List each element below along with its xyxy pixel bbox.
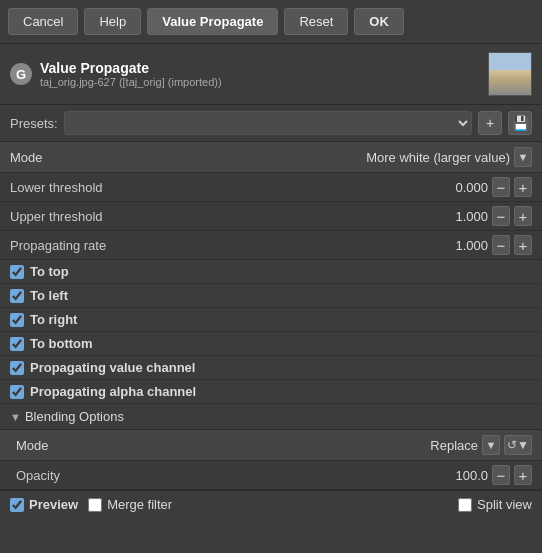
presets-row: Presets: + 💾 [0, 105, 542, 142]
mode-select-wrap: More white (larger value) ▼ [366, 147, 532, 167]
opacity-value: 100.0 [444, 468, 488, 483]
preview-label: Preview [29, 497, 78, 512]
opacity-controls: 100.0 − + [444, 465, 532, 485]
merge-filter-label[interactable]: Merge filter [88, 497, 172, 512]
plus-button[interactable]: + [514, 206, 532, 226]
checkbox[interactable] [10, 361, 24, 375]
cancel-button[interactable]: Cancel [8, 8, 78, 35]
mode-dropdown-arrow[interactable]: ▼ [514, 147, 532, 167]
checkbox[interactable] [10, 385, 24, 399]
numeric-label: Lower threshold [10, 180, 103, 195]
checkbox-label: To right [30, 312, 77, 327]
checkbox-label: To top [30, 264, 69, 279]
opacity-label: Opacity [16, 468, 60, 483]
numeric-label: Upper threshold [10, 209, 103, 224]
numeric-value: 1.000 [444, 209, 488, 224]
blending-options-header[interactable]: ▼ Blending Options [0, 404, 542, 430]
mode-row: Mode More white (larger value) ▼ [0, 142, 542, 173]
numeric-row: Upper threshold 1.000 − + [0, 202, 542, 231]
section-title: Blending Options [25, 409, 124, 424]
plugin-title: Value Propagate [40, 60, 488, 76]
numeric-label: Propagating rate [10, 238, 106, 253]
numeric-value: 0.000 [444, 180, 488, 195]
mode-label: Mode [10, 150, 43, 165]
checkbox-row: Propagating alpha channel [0, 380, 542, 404]
plugin-subtitle: taj_orig.jpg-627 ([taj_orig] (imported)) [40, 76, 488, 88]
plugin-icon: G [10, 63, 32, 85]
presets-label: Presets: [10, 116, 58, 131]
split-view-label[interactable]: Split view [458, 497, 532, 512]
blend-mode-value: Replace [430, 438, 478, 453]
presets-add-button[interactable]: + [478, 111, 502, 135]
minus-button[interactable]: − [492, 235, 510, 255]
mode-value: More white (larger value) [366, 150, 510, 165]
blend-reset-button[interactable]: ↺▼ [504, 435, 532, 455]
image-thumbnail [488, 52, 532, 96]
toolbar: Cancel Help Value Propagate Reset OK [0, 0, 542, 44]
header: G Value Propagate taj_orig.jpg-627 ([taj… [0, 44, 542, 105]
split-view-checkbox[interactable] [458, 498, 472, 512]
section-collapse-icon: ▼ [10, 411, 21, 423]
checkbox-label: Propagating alpha channel [30, 384, 196, 399]
blend-mode-row: Mode Replace ▼ ↺▼ [0, 430, 542, 461]
checkbox-label: Propagating value channel [30, 360, 195, 375]
numeric-row: Lower threshold 0.000 − + [0, 173, 542, 202]
header-text: Value Propagate taj_orig.jpg-627 ([taj_o… [40, 60, 488, 88]
plus-button[interactable]: + [514, 235, 532, 255]
minus-button[interactable]: − [492, 206, 510, 226]
split-view-text: Split view [477, 497, 532, 512]
minus-button[interactable]: − [492, 177, 510, 197]
checkbox[interactable] [10, 337, 24, 351]
merge-filter-text: Merge filter [107, 497, 172, 512]
opacity-minus-button[interactable]: − [492, 465, 510, 485]
opacity-plus-button[interactable]: + [514, 465, 532, 485]
numeric-controls: 1.000 − + [444, 235, 532, 255]
preview-checkbox-label[interactable]: Preview [10, 497, 78, 512]
checkbox-row: To right [0, 308, 542, 332]
presets-save-button[interactable]: 💾 [508, 111, 532, 135]
checkbox-rows: To top To left To right To bottom Propag… [0, 260, 542, 404]
numeric-value: 1.000 [444, 238, 488, 253]
checkbox-row: To left [0, 284, 542, 308]
checkbox[interactable] [10, 313, 24, 327]
numeric-rows: Lower threshold 0.000 − + Upper threshol… [0, 173, 542, 260]
plus-button[interactable]: + [514, 177, 532, 197]
value-propagate-button[interactable]: Value Propagate [147, 8, 278, 35]
blend-mode-right: Replace ▼ ↺▼ [430, 435, 532, 455]
thumbnail-image [489, 53, 531, 95]
checkbox-row: To bottom [0, 332, 542, 356]
checkbox-row: Propagating value channel [0, 356, 542, 380]
checkbox-label: To bottom [30, 336, 93, 351]
blend-mode-label: Mode [16, 438, 49, 453]
merge-filter-checkbox[interactable] [88, 498, 102, 512]
checkbox[interactable] [10, 289, 24, 303]
blend-opacity-row: Opacity 100.0 − + [0, 461, 542, 490]
numeric-controls: 1.000 − + [444, 206, 532, 226]
blend-mode-dropdown[interactable]: ▼ [482, 435, 500, 455]
help-button[interactable]: Help [84, 8, 141, 35]
checkbox-label: To left [30, 288, 68, 303]
numeric-controls: 0.000 − + [444, 177, 532, 197]
checkbox[interactable] [10, 265, 24, 279]
reset-button[interactable]: Reset [284, 8, 348, 35]
ok-button[interactable]: OK [354, 8, 404, 35]
presets-select[interactable] [64, 111, 472, 135]
numeric-row: Propagating rate 1.000 − + [0, 231, 542, 260]
preview-checkbox[interactable] [10, 498, 24, 512]
bottom-bar: Preview Merge filter Split view [0, 490, 542, 518]
checkbox-row: To top [0, 260, 542, 284]
